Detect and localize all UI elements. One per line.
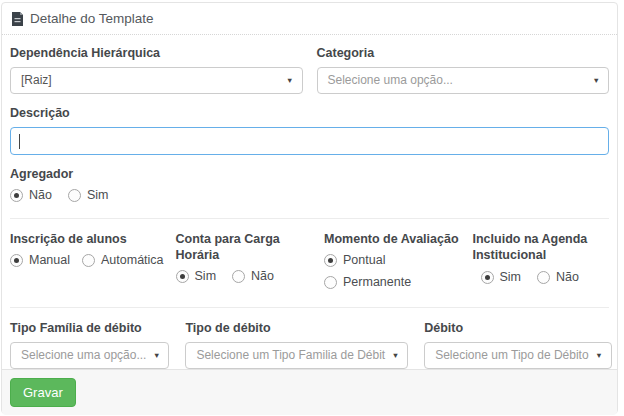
radio-label: Sim bbox=[195, 269, 217, 284]
radio-label: Não bbox=[29, 188, 52, 203]
chevron-down-icon: ▼ bbox=[286, 68, 293, 93]
radio-icon bbox=[10, 254, 23, 267]
tipo-debito-select-value: Selecione um Tipo Familia de Débit bbox=[196, 348, 385, 362]
debito-select[interactable]: Selecione um Tipo de Débito ▼ bbox=[424, 342, 611, 369]
field-descricao: Descrição bbox=[10, 105, 609, 155]
inscricao-label: Inscrição de alunos bbox=[10, 231, 164, 247]
radio-label: Sim bbox=[500, 270, 522, 285]
field-dependencia-hierarquica: Dependência Hierárquica [Raiz] ▼ bbox=[10, 45, 303, 94]
field-debito: Débito Selecione um Tipo de Débito ▼ bbox=[424, 320, 611, 369]
radio-icon bbox=[68, 189, 81, 202]
dependencia-select-value: [Raiz] bbox=[21, 73, 52, 87]
radio-icon bbox=[10, 189, 23, 202]
dependencia-label: Dependência Hierárquica bbox=[10, 45, 303, 61]
field-categoria: Categoria Selecione uma opção... ▼ bbox=[317, 45, 610, 94]
section-divider bbox=[10, 218, 609, 219]
panel-title: Detalhe do Template bbox=[30, 11, 154, 26]
radio-label: Não bbox=[556, 270, 579, 285]
tipo-familia-label: Tipo Família de débito bbox=[10, 320, 169, 336]
momento-radio-permanente[interactable]: Permanente bbox=[324, 275, 460, 290]
agenda-radio-sim[interactable]: Sim bbox=[481, 270, 522, 285]
field-agregador: Agregador Não Sim bbox=[10, 166, 609, 203]
tipo-familia-select-value: Selecione uma opção... bbox=[21, 348, 146, 362]
field-conta-carga-horaria: Conta para Carga Horária Sim Não bbox=[176, 231, 312, 284]
agenda-label: Incluido na Agenda Institucional bbox=[473, 231, 609, 263]
field-agenda-institucional: Incluido na Agenda Institucional Sim Não bbox=[473, 231, 609, 285]
panel-header: Detalhe do Template bbox=[2, 3, 617, 35]
inscricao-radio-automatica[interactable]: Automática bbox=[82, 253, 164, 268]
chevron-down-icon: ▼ bbox=[153, 343, 160, 368]
radio-label: Sim bbox=[87, 188, 109, 203]
section-divider bbox=[10, 307, 609, 308]
radio-label: Manual bbox=[29, 253, 70, 268]
save-button[interactable]: Gravar bbox=[10, 378, 76, 407]
categoria-label: Categoria bbox=[317, 45, 610, 61]
text-caret bbox=[19, 134, 20, 149]
radio-icon bbox=[324, 276, 337, 289]
debito-label: Débito bbox=[424, 320, 611, 336]
tipo-familia-select[interactable]: Selecione uma opção... ▼ bbox=[10, 342, 169, 369]
radio-label: Pontual bbox=[343, 253, 385, 268]
tipo-debito-label: Tipo de débito bbox=[185, 320, 408, 336]
document-icon bbox=[12, 12, 23, 26]
panel-body: Dependência Hierárquica [Raiz] ▼ Categor… bbox=[2, 35, 617, 369]
descricao-label: Descrição bbox=[10, 105, 609, 121]
field-inscricao-alunos: Inscrição de alunos Manual Automática bbox=[10, 231, 164, 268]
panel-footer: Gravar bbox=[2, 369, 617, 415]
radio-icon bbox=[481, 271, 494, 284]
radio-icon bbox=[82, 254, 95, 267]
template-detail-panel: Detalhe do Template Dependência Hierárqu… bbox=[1, 2, 618, 414]
carga-horaria-label: Conta para Carga Horária bbox=[176, 231, 312, 263]
categoria-select[interactable]: Selecione uma opção... ▼ bbox=[317, 67, 610, 94]
inscricao-radio-manual[interactable]: Manual bbox=[10, 253, 70, 268]
agenda-radio-nao[interactable]: Não bbox=[537, 270, 579, 285]
field-tipo-debito: Tipo de débito Selecione um Tipo Familia… bbox=[185, 320, 408, 369]
radio-icon bbox=[324, 254, 337, 267]
radio-label: Não bbox=[251, 269, 274, 284]
momento-radio-pontual[interactable]: Pontual bbox=[324, 253, 460, 268]
chevron-down-icon: ▼ bbox=[392, 343, 399, 368]
chevron-down-icon: ▼ bbox=[593, 68, 600, 93]
agregador-label: Agregador bbox=[10, 166, 609, 182]
radio-label: Automática bbox=[101, 253, 164, 268]
momento-label: Momento de Avaliação bbox=[324, 231, 460, 247]
radio-icon bbox=[537, 271, 550, 284]
radio-icon bbox=[176, 270, 189, 283]
carga-radio-nao[interactable]: Não bbox=[232, 269, 274, 284]
dependencia-select[interactable]: [Raiz] ▼ bbox=[10, 67, 303, 94]
tipo-debito-select[interactable]: Selecione um Tipo Familia de Débit ▼ bbox=[185, 342, 408, 369]
radio-icon bbox=[232, 270, 245, 283]
chevron-down-icon: ▼ bbox=[595, 343, 602, 368]
field-momento-avaliacao: Momento de Avaliação Pontual Permanente bbox=[324, 231, 460, 290]
debito-select-value: Selecione um Tipo de Débito bbox=[435, 348, 588, 362]
field-tipo-familia-debito: Tipo Família de débito Selecione uma opç… bbox=[10, 320, 169, 369]
descricao-input[interactable] bbox=[10, 127, 609, 155]
agregador-radio-nao[interactable]: Não bbox=[10, 188, 52, 203]
carga-radio-sim[interactable]: Sim bbox=[176, 269, 217, 284]
agregador-radio-sim[interactable]: Sim bbox=[68, 188, 109, 203]
radio-label: Permanente bbox=[343, 275, 411, 290]
categoria-select-value: Selecione uma opção... bbox=[328, 73, 453, 87]
